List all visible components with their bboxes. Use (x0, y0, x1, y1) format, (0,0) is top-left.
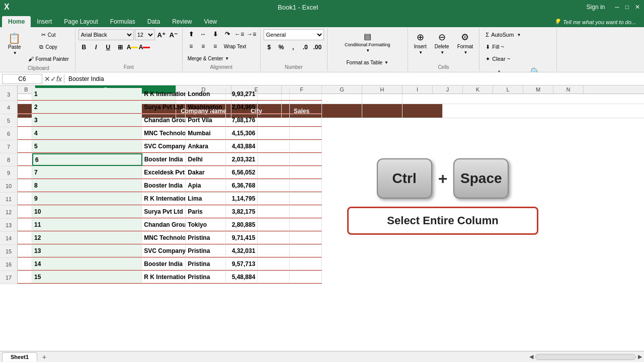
font-size-select[interactable]: 12 (135, 29, 155, 40)
cell-g[interactable] (290, 245, 322, 257)
cell-g[interactable] (290, 114, 322, 127)
cell-f[interactable] (258, 193, 290, 205)
cell-sales[interactable]: 1,14,795 (226, 193, 258, 205)
cell-h-hdr[interactable] (403, 104, 443, 118)
cell-company[interactable]: Chandan Group (142, 114, 186, 127)
fx-button[interactable]: fx (56, 75, 62, 83)
maximize-button[interactable]: □ (625, 4, 629, 11)
cell-g[interactable] (290, 219, 322, 231)
text-direction-button[interactable]: ↷ (222, 29, 233, 39)
cell-sales[interactable]: 6,56,052 (226, 166, 258, 179)
cell-sr[interactable]: 5 (32, 140, 142, 153)
format-button[interactable]: ⚙ Format ▼ (454, 29, 476, 57)
tell-me-box[interactable]: 💡 Tell me what you want to do... (548, 17, 642, 27)
cell-city[interactable]: Lima (186, 193, 225, 205)
cell-g[interactable] (290, 258, 322, 270)
cell-sr[interactable]: 13 (32, 245, 142, 257)
cell-f[interactable] (258, 114, 290, 127)
cell-g[interactable] (290, 140, 322, 153)
conditional-formatting-button[interactable]: ▤ Conditional Formatting ▼ (342, 29, 393, 55)
cell-sr[interactable]: 2 (32, 101, 142, 114)
cell-g-hdr[interactable] (362, 104, 403, 118)
cell-city[interactable]: Tokiyo (186, 219, 225, 231)
cell-company[interactable]: SVC Company Ltd (142, 140, 186, 153)
cell-f[interactable] (258, 153, 290, 166)
cell-city[interactable]: Ankara (186, 140, 225, 153)
cell-g[interactable] (290, 232, 322, 244)
cell-sales[interactable]: 9,57,713 (226, 258, 258, 270)
cell-f[interactable] (258, 179, 290, 192)
cell-sales[interactable]: 2,04,965 (226, 101, 258, 114)
col-header-H[interactable]: H (362, 85, 403, 94)
tab-formulas[interactable]: Formulas (104, 16, 141, 27)
cell-b[interactable] (18, 127, 32, 140)
name-box[interactable] (2, 74, 42, 84)
cell-g[interactable] (290, 271, 322, 284)
cell-f[interactable] (258, 219, 290, 231)
italic-button[interactable]: I (91, 42, 102, 52)
cell-company[interactable]: SVC Company Ltd (142, 245, 186, 257)
fill-color-button[interactable]: A (127, 42, 138, 52)
cell-sr[interactable]: 7 (32, 166, 142, 179)
number-format-select[interactable]: General (264, 29, 324, 40)
cell-city[interactable]: Apia (186, 179, 225, 192)
align-middle-button[interactable]: ↔ (198, 29, 209, 39)
scroll-left-button[interactable]: ◀ (529, 353, 533, 360)
tab-page-layout[interactable]: Page Layout (58, 16, 104, 27)
paste-button[interactable]: 📋 Paste ▼ (5, 29, 24, 59)
cell-sr[interactable]: 3 (32, 114, 142, 127)
cell-sr[interactable]: 11 (32, 219, 142, 231)
cell-sales[interactable]: 9,93,271 (226, 88, 258, 101)
cell-sr[interactable]: 10 (32, 206, 142, 218)
cell-company[interactable]: Booster India (142, 179, 186, 192)
comma-button[interactable]: , (288, 42, 299, 52)
align-center-button[interactable]: ≡ (198, 41, 209, 51)
cell-sr[interactable]: 14 (32, 258, 142, 270)
cell-g[interactable] (290, 101, 322, 114)
add-sheet-button[interactable]: + (39, 352, 49, 362)
cell-city[interactable]: Pristina (186, 232, 225, 244)
cell-city[interactable]: Mumbai (186, 127, 225, 140)
cell-b[interactable] (18, 206, 32, 218)
col-header-N[interactable]: N (553, 85, 584, 94)
horizontal-scroll[interactable]: ◀ ▶ (529, 353, 642, 360)
increase-decimal-button[interactable]: .0 (300, 42, 311, 52)
cell-sales[interactable]: 4,32,031 (226, 245, 258, 257)
sheet-tab-sheet1[interactable]: Sheet1 (2, 352, 37, 361)
border-button[interactable]: ⊞ (115, 42, 126, 52)
font-name-select[interactable]: Arial Black (78, 29, 134, 40)
align-top-button[interactable]: ⬆ (186, 29, 197, 39)
col-header-I[interactable]: I (403, 85, 433, 94)
format-as-table-button[interactable]: Format as Table ▼ (343, 57, 391, 67)
cell-sales[interactable]: 4,15,306 (226, 127, 258, 140)
cell-f[interactable] (258, 232, 290, 244)
confirm-formula-button[interactable]: ✓ (50, 75, 56, 83)
cancel-formula-button[interactable]: ✕ (44, 75, 50, 83)
minimize-button[interactable]: ─ (615, 4, 619, 11)
cell-city[interactable]: Delhi (186, 153, 226, 166)
merge-center-button[interactable]: Merge & Center ▼ (186, 53, 231, 63)
cell-company[interactable]: R K International Co. (142, 88, 186, 101)
col-header-G[interactable]: G (322, 85, 362, 94)
cell-company[interactable]: MNC Technology (142, 232, 186, 244)
tab-review[interactable]: Review (166, 16, 198, 27)
cell-sales[interactable]: 6,36,768 (226, 179, 258, 192)
cell-city[interactable]: Pristina (186, 258, 225, 270)
tab-home[interactable]: Home (2, 16, 31, 27)
cell-g[interactable] (290, 153, 322, 166)
cell-g[interactable] (290, 179, 322, 192)
insert-button[interactable]: ⊕ Insert ▼ (411, 29, 430, 57)
align-bottom-button[interactable]: ⬇ (210, 29, 221, 39)
col-header-K[interactable]: K (463, 85, 493, 94)
cell-b[interactable] (18, 219, 32, 231)
cell-b[interactable] (18, 271, 32, 284)
cell-city[interactable]: Pristina (186, 271, 225, 284)
cell-sales[interactable]: 9,71,415 (226, 232, 258, 244)
cell-sr[interactable]: 6 (32, 153, 142, 166)
cell-sr[interactable]: 1 (32, 88, 142, 101)
copy-button[interactable]: ⧉ Copy (25, 41, 72, 52)
cell-city[interactable]: Dakar (186, 166, 225, 179)
clear-button[interactable]: ✦ Clear ~ (482, 53, 513, 64)
cell-sales[interactable]: 2,03,321 (226, 153, 258, 166)
cell-company[interactable]: R K International Co. (142, 193, 186, 205)
